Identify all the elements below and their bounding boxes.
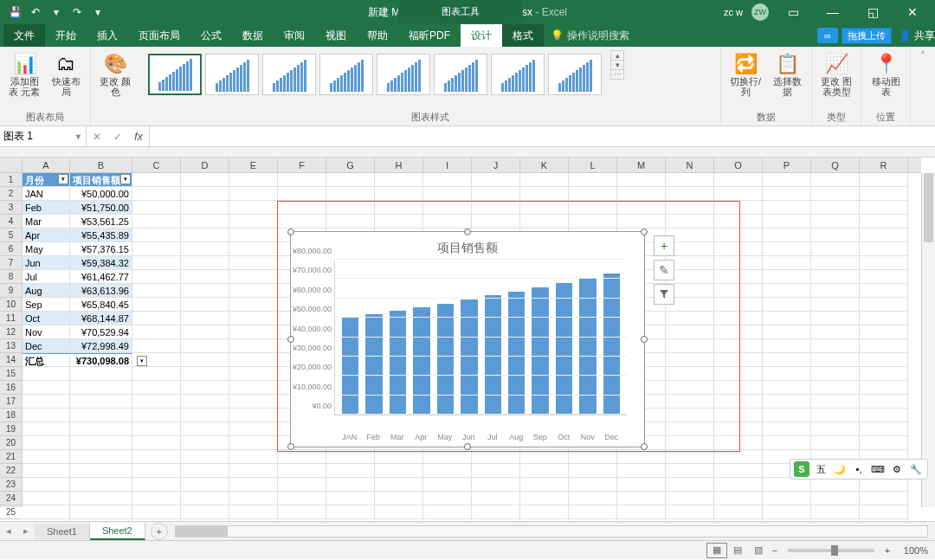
cell[interactable] [860, 367, 908, 381]
cell[interactable] [569, 173, 617, 187]
tab-foxit-pdf[interactable]: 福昕PDF [398, 24, 461, 47]
cell[interactable] [714, 519, 763, 521]
cell[interactable]: ¥51,750.00 [70, 201, 132, 215]
cell[interactable] [229, 367, 278, 381]
cell[interactable] [763, 215, 811, 229]
user-name[interactable]: zc w [724, 7, 743, 17]
resize-handle-ne[interactable] [641, 229, 648, 235]
move-chart-button[interactable]: 📍 移动图表 [867, 50, 905, 99]
chart-style-thumb[interactable] [148, 54, 202, 95]
cell[interactable]: ¥55,435.89 [70, 229, 132, 242]
cell[interactable] [763, 173, 811, 187]
row-headers[interactable]: 1234567891011121314151617181920212223242… [0, 173, 23, 507]
cell[interactable] [70, 381, 132, 395]
column-header[interactable]: B [70, 158, 132, 172]
cell[interactable]: Apr [23, 229, 70, 242]
chart-style-thumb[interactable] [434, 54, 487, 95]
cell[interactable] [132, 492, 181, 505]
cell[interactable] [229, 173, 278, 187]
cell[interactable] [132, 505, 181, 519]
cell[interactable] [181, 395, 229, 409]
cell[interactable]: ¥730,098.08 [70, 353, 132, 367]
cell[interactable]: ▾ [132, 353, 181, 367]
chart-style-thumb[interactable] [548, 54, 602, 95]
cell[interactable] [472, 492, 520, 505]
cell[interactable] [229, 492, 278, 505]
cell[interactable] [860, 187, 908, 201]
cell[interactable] [472, 450, 520, 464]
cell[interactable] [423, 519, 472, 521]
cell[interactable] [181, 339, 229, 353]
qat-dropdown-icon[interactable]: ▾ [48, 4, 64, 20]
cell[interactable] [132, 478, 181, 492]
cell[interactable] [763, 492, 811, 505]
cell[interactable] [763, 409, 811, 422]
cell[interactable] [132, 367, 181, 381]
tab-page-layout[interactable]: 页面布局 [128, 24, 190, 47]
cell[interactable] [229, 478, 278, 492]
cell[interactable] [278, 187, 326, 201]
cloud-upload[interactable]: ∞ 拖拽上传 [817, 24, 899, 47]
cell[interactable] [181, 284, 229, 298]
cell[interactable]: ¥57,376.15 [70, 242, 132, 256]
cell[interactable] [763, 478, 811, 492]
resize-handle-n[interactable] [464, 229, 471, 235]
cell[interactable] [763, 229, 811, 242]
row-header[interactable]: 7 [0, 256, 22, 270]
row-header[interactable]: 25 [0, 505, 22, 519]
chart-bar[interactable] [437, 304, 454, 415]
cell[interactable] [132, 229, 181, 242]
cell[interactable] [132, 242, 181, 256]
cell[interactable] [811, 256, 860, 270]
cell[interactable] [229, 450, 278, 464]
cell[interactable] [617, 187, 666, 201]
cell[interactable] [23, 436, 70, 450]
row-header[interactable]: 16 [0, 381, 22, 395]
cell[interactable] [569, 464, 617, 478]
cell[interactable] [811, 229, 860, 242]
cell[interactable] [326, 464, 375, 478]
cell[interactable] [132, 173, 181, 187]
cell[interactable] [666, 464, 714, 478]
cell[interactable] [714, 173, 763, 187]
cell[interactable] [763, 201, 811, 215]
cell[interactable] [70, 422, 132, 436]
cell[interactable] [520, 519, 569, 521]
cell[interactable] [811, 409, 860, 422]
switch-row-col-button[interactable]: 🔁 切换行/列 [726, 50, 764, 99]
redo-icon[interactable]: ↷ [69, 4, 85, 20]
cell[interactable] [763, 312, 811, 325]
cell[interactable] [229, 436, 278, 450]
column-header[interactable]: C [132, 158, 181, 172]
ime-keyboard-icon[interactable]: ⌨ [870, 461, 886, 477]
cell[interactable] [70, 505, 132, 519]
maximize-icon[interactable]: ◱ [857, 0, 888, 24]
cell[interactable]: 月份▾ [23, 173, 70, 187]
cell[interactable] [229, 187, 278, 201]
cell[interactable] [423, 492, 472, 505]
sheet-nav-next-icon[interactable]: ▸ [17, 525, 35, 537]
cell[interactable] [181, 173, 229, 187]
tab-review[interactable]: 审阅 [274, 24, 315, 47]
change-colors-button[interactable]: 🎨 更改 颜色 [96, 50, 134, 99]
name-box-dropdown-icon[interactable]: ▼ [74, 132, 82, 141]
cell[interactable] [569, 187, 617, 201]
row-header[interactable]: 19 [0, 422, 22, 436]
cell[interactable] [181, 478, 229, 492]
column-header[interactable]: J [472, 158, 520, 172]
cell[interactable] [132, 464, 181, 478]
row-header[interactable]: 13 [0, 339, 22, 353]
cell[interactable] [520, 478, 569, 492]
cell[interactable] [278, 464, 326, 478]
chart-style-thumb[interactable] [377, 54, 430, 95]
cell[interactable] [423, 450, 472, 464]
sheet-nav-prev-icon[interactable]: ◂ [0, 525, 17, 537]
cell[interactable] [714, 450, 763, 464]
cell[interactable] [375, 450, 423, 464]
cell[interactable] [132, 395, 181, 409]
cell[interactable] [763, 270, 811, 284]
collapse-ribbon-icon[interactable]: ˄ [911, 47, 935, 126]
cell[interactable] [229, 229, 278, 242]
cell[interactable] [666, 173, 714, 187]
chart-add-element-button[interactable]: + [654, 235, 674, 256]
